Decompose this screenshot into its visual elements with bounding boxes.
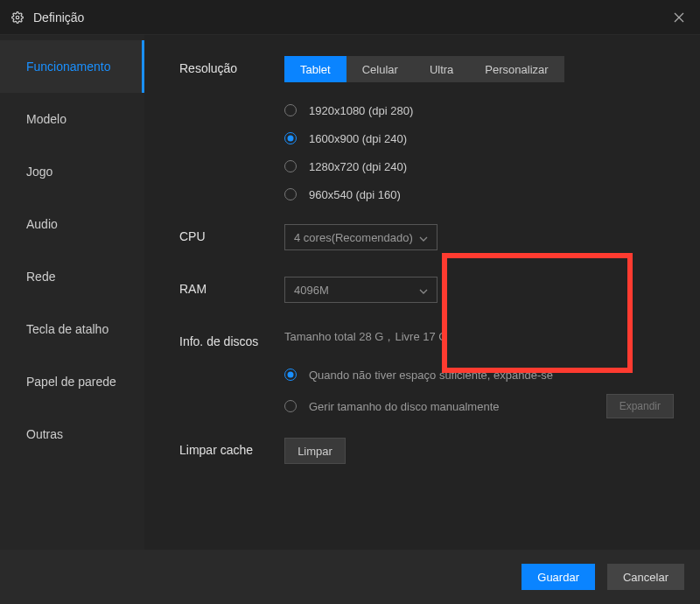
tab-label: Tablet bbox=[300, 63, 331, 76]
cpu-content: 4 cores(Recomendado) bbox=[284, 224, 674, 250]
clear-cache-content: Limpar bbox=[284, 438, 674, 464]
sidebar-item-rede[interactable]: Rede bbox=[0, 250, 144, 303]
clear-cache-row: Limpar cache Limpar bbox=[179, 438, 674, 464]
tab-label: Personalizar bbox=[485, 63, 548, 76]
svg-point-0 bbox=[16, 16, 19, 19]
resolution-option-960[interactable]: 960x540 (dpi 160) bbox=[284, 180, 674, 208]
sidebar-item-funcionamento[interactable]: Funcionamento bbox=[0, 40, 144, 93]
cpu-value: 4 cores(Recomendado) bbox=[294, 231, 413, 244]
sidebar-item-jogo[interactable]: Jogo bbox=[0, 145, 144, 198]
cpu-label: CPU bbox=[179, 224, 284, 250]
clear-cache-label: Limpar cache bbox=[179, 438, 284, 464]
tab-celular[interactable]: Celular bbox=[346, 56, 414, 82]
sidebar-item-label: Outras bbox=[26, 427, 63, 441]
clear-cache-button[interactable]: Limpar bbox=[284, 438, 346, 464]
resolution-option-1600[interactable]: 1600x900 (dpi 240) bbox=[284, 124, 674, 152]
ram-content: 4096M bbox=[284, 277, 674, 303]
resolution-content: Tablet Celular Ultra Personalizar 1920x1… bbox=[284, 56, 674, 208]
disk-option-auto-expand[interactable]: Quando não tiver espaço suficiente, expa… bbox=[284, 359, 674, 390]
sidebar-item-label: Papel de parede bbox=[26, 375, 116, 389]
resolution-tabs: Tablet Celular Ultra Personalizar bbox=[284, 56, 564, 82]
ram-value: 4096M bbox=[294, 284, 329, 297]
sidebar-item-modelo[interactable]: Modelo bbox=[0, 93, 144, 145]
ram-label: RAM bbox=[179, 277, 284, 303]
disk-summary: Tamanho total 28 G，Livre 17 G bbox=[284, 329, 674, 345]
chevron-down-icon bbox=[419, 284, 428, 297]
disk-row: Info. de discos Tamanho total 28 G，Livre… bbox=[179, 329, 674, 422]
window-title: Definição bbox=[33, 11, 668, 25]
cancel-button[interactable]: Cancelar bbox=[607, 564, 684, 590]
sidebar-item-label: Modelo bbox=[26, 112, 66, 126]
tab-personalizar[interactable]: Personalizar bbox=[469, 56, 564, 82]
radio-label: 1920x1080 (dpi 280) bbox=[309, 104, 413, 117]
sidebar-item-label: Tecla de atalho bbox=[26, 322, 108, 336]
tab-tablet[interactable]: Tablet bbox=[284, 56, 346, 82]
gear-icon bbox=[10, 11, 24, 25]
sidebar-item-label: Audio bbox=[26, 217, 58, 231]
radio-label: Gerir tamanho do disco manualmente bbox=[309, 400, 598, 413]
radio-icon bbox=[284, 188, 297, 200]
sidebar-item-tecla-atalho[interactable]: Tecla de atalho bbox=[0, 303, 144, 355]
resolution-label: Resolução bbox=[179, 56, 284, 208]
save-button[interactable]: Guardar bbox=[522, 564, 595, 590]
resolution-options: 1920x1080 (dpi 280) 1600x900 (dpi 240) 1… bbox=[284, 96, 674, 208]
sidebar-item-label: Jogo bbox=[26, 165, 52, 179]
cpu-select[interactable]: 4 cores(Recomendado) bbox=[284, 224, 438, 250]
radio-label: Quando não tiver espaço suficiente, expa… bbox=[309, 369, 674, 382]
sidebar-item-papel-parede[interactable]: Papel de parede bbox=[0, 355, 144, 408]
tab-label: Ultra bbox=[430, 63, 453, 76]
disk-content: Tamanho total 28 G，Livre 17 G Quando não… bbox=[284, 329, 674, 422]
sidebar-item-outras[interactable]: Outras bbox=[0, 408, 144, 460]
radio-label: 1280x720 (dpi 240) bbox=[309, 160, 407, 173]
sidebar-item-label: Funcionamento bbox=[26, 60, 111, 74]
sidebar: Funcionamento Modelo Jogo Audio Rede Tec… bbox=[0, 35, 144, 550]
close-icon[interactable] bbox=[668, 7, 690, 28]
radio-label: 960x540 (dpi 160) bbox=[309, 188, 401, 201]
footer: Guardar Cancelar bbox=[0, 550, 700, 604]
resolution-option-1920[interactable]: 1920x1080 (dpi 280) bbox=[284, 96, 674, 124]
expand-button[interactable]: Expandir bbox=[606, 394, 674, 418]
settings-window: Definição Funcionamento Modelo Jogo Audi… bbox=[0, 0, 700, 604]
sidebar-item-audio[interactable]: Audio bbox=[0, 198, 144, 250]
disk-option-manual[interactable]: Gerir tamanho do disco manualmente Expan… bbox=[284, 390, 674, 422]
chevron-down-icon bbox=[419, 231, 428, 244]
resolution-option-1280[interactable]: 1280x720 (dpi 240) bbox=[284, 152, 674, 180]
ram-row: RAM 4096M bbox=[179, 277, 674, 303]
radio-icon bbox=[284, 369, 297, 381]
radio-icon bbox=[284, 132, 297, 144]
radio-label: 1600x900 (dpi 240) bbox=[309, 132, 407, 145]
body: Funcionamento Modelo Jogo Audio Rede Tec… bbox=[0, 35, 700, 550]
disk-label: Info. de discos bbox=[179, 329, 284, 422]
ram-select[interactable]: 4096M bbox=[284, 277, 438, 303]
resolution-row: Resolução Tablet Celular Ultra Personali… bbox=[179, 56, 674, 208]
radio-icon bbox=[284, 104, 297, 116]
titlebar: Definição bbox=[0, 0, 700, 35]
main-panel: Resolução Tablet Celular Ultra Personali… bbox=[144, 35, 700, 550]
radio-icon bbox=[284, 160, 297, 172]
cpu-row: CPU 4 cores(Recomendado) bbox=[179, 224, 674, 250]
tab-ultra[interactable]: Ultra bbox=[414, 56, 469, 82]
sidebar-item-label: Rede bbox=[26, 270, 55, 284]
tab-label: Celular bbox=[362, 63, 398, 76]
radio-icon bbox=[284, 400, 297, 412]
